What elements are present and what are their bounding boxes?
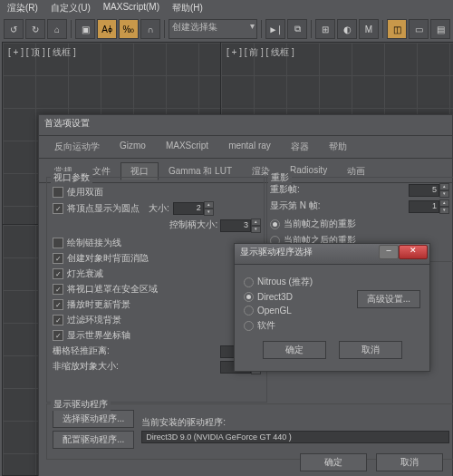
checkbox[interactable]: ✓ [53, 299, 63, 310]
toolbar-button[interactable]: M [359, 19, 379, 39]
label: 控制柄大小: [169, 219, 217, 229]
tab-container[interactable]: 容器 [281, 138, 319, 156]
toolbar-button[interactable]: ↻ [25, 19, 45, 39]
spinner-down[interactable]: ▾ [439, 207, 449, 214]
choose-driver-button[interactable]: 选择驱动程序... [53, 410, 134, 428]
menu-custom[interactable]: 自定义(U) [51, 2, 91, 18]
label: 软件 [257, 319, 275, 332]
display-driver-group: 显示驱动程序 选择驱动程序... 配置驱动程序... 当前安装的驱动程序: Di… [46, 403, 453, 460]
label: 过滤环境背景 [67, 314, 121, 326]
close-icon[interactable]: ✕ [399, 245, 428, 259]
minimize-icon[interactable]: – [379, 245, 399, 259]
checkbox[interactable]: ✓ [53, 268, 63, 279]
checkbox[interactable]: ✓ [53, 330, 63, 341]
toolbar-button[interactable]: ⧉ [287, 19, 307, 39]
radio-nitrous[interactable] [244, 277, 254, 287]
spinner-up[interactable]: ▴ [251, 219, 261, 226]
toolbar-button-percent[interactable]: %₀ [119, 19, 139, 39]
checkbox[interactable] [53, 238, 63, 248]
tab-mental[interactable]: mental ray [218, 138, 281, 156]
toolbar-button[interactable]: ▣ [75, 19, 95, 39]
label: 显示世界坐标轴 [67, 329, 130, 342]
toolbar-button[interactable]: ↺ [4, 19, 24, 39]
toolbar-button[interactable]: ►∣ [265, 19, 285, 39]
label: 当前安装的驱动程序: [141, 416, 449, 429]
tab-help[interactable]: 帮助 [319, 138, 357, 156]
ok-button[interactable]: 确定 [263, 341, 326, 359]
label: 将视口遮罩在安全区域 [67, 283, 158, 296]
spinner-up[interactable]: ▴ [204, 201, 214, 209]
size-spinner[interactable]: 2 [173, 202, 204, 215]
spinner-down[interactable]: ▾ [204, 209, 214, 216]
group-label: 重影 [268, 171, 292, 184]
tab-ik[interactable]: 反向运动学 [44, 138, 110, 156]
label: 栅格轻推距离: [53, 345, 110, 355]
toolbar-button[interactable]: ⌂ [47, 19, 67, 39]
toolbar-button[interactable]: ▭ [409, 19, 429, 39]
spinner-up[interactable]: ▴ [439, 199, 449, 207]
label: 绘制链接为线 [67, 237, 121, 249]
ghost-frames-spinner[interactable]: 5 [409, 184, 439, 197]
spinner-down[interactable]: ▾ [251, 226, 261, 233]
viewport-label[interactable]: [ + ] [ 前 ] [ 线框 ] [226, 46, 294, 59]
label: 当前帧之前的重影 [284, 218, 356, 230]
radio-opengl[interactable] [244, 306, 254, 316]
checkbox-use-dual[interactable] [53, 187, 63, 198]
label: 重影帧: [270, 184, 300, 194]
ghost-nth-spinner[interactable]: 1 [409, 200, 439, 213]
checkbox[interactable]: ✓ [53, 284, 63, 295]
label: 使用双面 [67, 186, 103, 199]
handle-size-spinner[interactable]: 3 [220, 219, 251, 232]
label: Nitrous (推荐) [257, 276, 313, 288]
viewport-label[interactable]: [ + ] [ 顶 ] [ 线框 ] [8, 46, 76, 59]
tab-maxscript[interactable]: MAXScript [156, 138, 218, 156]
radio-ghost-before[interactable] [270, 219, 280, 229]
tab-row-1: 反向运动学 Gizmo MAXScript mental ray 容器 帮助 [39, 136, 452, 159]
selection-set-combo[interactable]: 创建选择集 [169, 19, 257, 39]
spinner-down[interactable]: ▾ [439, 190, 449, 198]
checkbox[interactable]: ✓ [53, 315, 63, 325]
menu-maxscript[interactable]: MAXScript(M) [103, 2, 159, 18]
cancel-button[interactable]: 取消 [376, 453, 443, 471]
toolbar-button-magnet[interactable]: ∩ [140, 19, 160, 39]
toolbar-button[interactable]: ◫ [387, 19, 407, 39]
tab-gizmo[interactable]: Gizmo [110, 138, 156, 156]
radio-direct3d[interactable] [244, 292, 254, 302]
toolbar-button[interactable]: ◐ [337, 19, 357, 39]
label: 显示第 N 帧: [270, 200, 321, 210]
menu-help[interactable]: 帮助(H) [172, 2, 203, 18]
toolbar-button-angle[interactable]: Aϕ [97, 19, 117, 39]
advanced-button[interactable]: 高级设置... [357, 290, 420, 308]
label: 灯光衰减 [67, 267, 103, 280]
checkbox[interactable]: ✓ [53, 253, 63, 264]
ok-button[interactable]: 确定 [300, 453, 367, 471]
menu-render[interactable]: 渲染(R) [7, 2, 38, 18]
toolbar-button[interactable]: ▤ [430, 19, 450, 39]
current-driver-readout: Direct3D 9.0 (NVIDIA GeForce GT 440 ) [141, 431, 449, 443]
radio-software[interactable] [244, 321, 254, 331]
config-driver-button[interactable]: 配置驱动程序... [53, 431, 134, 449]
checkbox-vert-dot[interactable]: ✓ [53, 203, 63, 214]
main-menubar: 渲染(R) 自定义(U) MAXScript(M) 帮助(H) [0, 0, 210, 20]
label: Direct3D [257, 292, 293, 302]
main-toolbar: ↺ ↻ ⌂ ▣ Aϕ %₀ ∩ 创建选择集 ►∣ ⧉ ⊞ ◐ M ◫ ▭ ▤ ☼… [0, 18, 453, 40]
toolbar-button[interactable]: ⊞ [315, 19, 335, 39]
cancel-button[interactable]: 取消 [339, 341, 402, 359]
label: 大小: [149, 202, 169, 215]
label: 非缩放对象大小: [53, 361, 119, 371]
group-label: 视口参数 [51, 171, 92, 184]
label: 将顶点显示为圆点 [67, 202, 140, 215]
group-label: 显示驱动程序 [51, 398, 111, 411]
dialog-title: 首选项设置 [39, 115, 452, 136]
label: 创建对象时背面消隐 [67, 252, 149, 265]
driver-select-dialog: 显示驱动程序选择 – ✕ Nitrous (推荐) Direct3D OpenG… [234, 243, 430, 372]
spinner-up[interactable]: ▴ [439, 183, 449, 190]
label: 播放时更新背景 [67, 298, 130, 311]
label: OpenGL [257, 306, 292, 316]
